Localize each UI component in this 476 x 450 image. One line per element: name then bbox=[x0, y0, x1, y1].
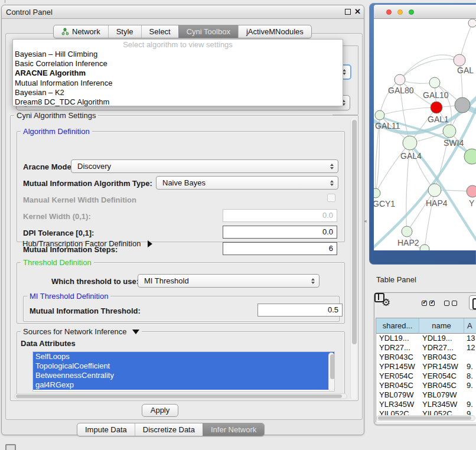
panel-divider-arrow-icon[interactable]: ◂ bbox=[364, 218, 367, 224]
list-item[interactable]: gal4RGexp bbox=[33, 380, 334, 390]
group-title: Sources for Network Inference bbox=[21, 327, 142, 336]
tab-infer-network[interactable]: Infer Network bbox=[203, 423, 264, 436]
close-icon[interactable]: ✕ bbox=[354, 7, 361, 16]
hub-definition-label: Hub/Transcription Factor Definition bbox=[22, 239, 141, 248]
popup-item[interactable]: Bayesian – K2 bbox=[13, 88, 343, 97]
aracne-mode-combobox[interactable]: Discovery bbox=[71, 159, 338, 173]
desktop: Control Panel ✕ Network Style Select bbox=[0, 0, 476, 450]
network-node[interactable] bbox=[467, 185, 476, 197]
which-threshold-label: Which threshold to use: bbox=[51, 277, 139, 286]
network-node[interactable] bbox=[429, 77, 440, 88]
table-panel-title: Table Panel bbox=[376, 275, 416, 284]
minimize-traffic-light[interactable] bbox=[397, 9, 403, 15]
tab-impute-data[interactable]: Impute Data bbox=[77, 423, 135, 436]
node-table: shared... name A YDL19...YDL19...13YDR27… bbox=[376, 318, 476, 422]
sources-title: Sources for Network Inference bbox=[23, 327, 127, 336]
cytopanel-dock-icon[interactable] bbox=[5, 444, 16, 450]
table-cell: YBL079W bbox=[376, 390, 419, 400]
table-row[interactable]: YDR27...YDR27...12 bbox=[376, 343, 476, 353]
network-node[interactable] bbox=[468, 19, 476, 27]
hub-definition-toggle[interactable]: Hub/Transcription Factor Definition bbox=[22, 239, 152, 248]
settings-vertical-scrollbar[interactable] bbox=[350, 118, 357, 399]
table-row[interactable]: YER054CYER054C8. bbox=[376, 371, 476, 381]
kernel-width-field[interactable]: 0.0 bbox=[223, 209, 337, 222]
list-item[interactable]: BetweennessCentrality bbox=[33, 371, 334, 380]
table-cell: YDL19... bbox=[419, 334, 464, 343]
popup-item[interactable]: Dream8 DC_TDC Algorithm bbox=[13, 97, 343, 107]
network-node[interactable] bbox=[455, 97, 470, 113]
table-tool-button[interactable] bbox=[469, 295, 476, 310]
tab-label: Select bbox=[149, 25, 171, 38]
float-window-icon[interactable] bbox=[345, 9, 351, 15]
scrollbar-thumb[interactable] bbox=[378, 416, 471, 420]
popup-item-selected[interactable]: ARACNE Algorithm bbox=[13, 69, 343, 78]
mi-steps-field[interactable]: 6 bbox=[223, 242, 337, 255]
tab-style[interactable]: Style bbox=[108, 25, 141, 38]
network-node[interactable] bbox=[374, 188, 380, 198]
table-row[interactable]: YLR345WYLR345W9. bbox=[376, 400, 476, 409]
scrollbar-thumb[interactable] bbox=[330, 354, 335, 379]
scrollbar-thumb[interactable] bbox=[16, 394, 342, 398]
network-node[interactable] bbox=[403, 136, 417, 150]
network-canvas[interactable]: GALGAL80GAL10GAL1GAL11SWI4GAL4HAP4YGCY1H… bbox=[374, 19, 476, 250]
spinner-arrows-icon bbox=[311, 278, 315, 284]
which-threshold-combobox[interactable]: MI Threshold bbox=[138, 274, 319, 288]
settings-horizontal-scrollbar[interactable] bbox=[14, 393, 347, 399]
column-header-partial[interactable]: A bbox=[464, 318, 476, 334]
list-vertical-scrollbar[interactable] bbox=[328, 353, 334, 392]
popup-item[interactable]: Bayesian – Hill Climbing bbox=[13, 50, 343, 59]
close-traffic-light[interactable] bbox=[386, 9, 392, 15]
table-row[interactable]: YDL19...YDL19...13 bbox=[376, 334, 476, 343]
dpi-tolerance-label: DPI Tolerance [0,1]: bbox=[23, 229, 94, 237]
manual-kernel-checkbox[interactable] bbox=[327, 194, 335, 202]
tab-jactivemnodules[interactable]: jActiveMNodules bbox=[238, 25, 311, 38]
data-attributes-label: Data Attributes bbox=[21, 339, 76, 348]
table-row[interactable]: YBR043CYBR043C bbox=[376, 353, 476, 362]
network-edge bbox=[380, 80, 400, 115]
data-attributes-list: SelfLoops TopologicalCoefficient Between… bbox=[32, 351, 335, 392]
table-cell: 8. bbox=[464, 371, 476, 381]
tab-discretize-data[interactable]: Discretize Data bbox=[135, 423, 203, 436]
network-node[interactable] bbox=[443, 125, 456, 138]
mi-type-value: Naive Bayes bbox=[162, 178, 206, 187]
table-row[interactable]: YBL079WYBL079W bbox=[376, 390, 476, 400]
network-node[interactable] bbox=[454, 54, 465, 66]
mi-threshold-field[interactable]: 0.5 bbox=[257, 304, 343, 317]
table-cell: 9. bbox=[464, 400, 476, 409]
tab-label: Cyni Toolbox bbox=[187, 25, 230, 38]
select-all-checkboxes-icon[interactable] bbox=[422, 301, 435, 306]
deselect-all-checkboxes-icon[interactable] bbox=[444, 301, 457, 306]
network-edge bbox=[400, 55, 459, 80]
sources-group: Sources for Network Inference Data Attri… bbox=[17, 331, 345, 398]
zoom-traffic-light[interactable] bbox=[409, 9, 414, 15]
table-row[interactable]: YPR145WYPR145W9. bbox=[376, 362, 476, 371]
dpi-tolerance-field[interactable]: 0.0 bbox=[223, 226, 337, 239]
unchecked-box-icon bbox=[452, 301, 457, 306]
network-node[interactable] bbox=[431, 102, 442, 113]
tab-cyni-toolbox[interactable]: Cyni Toolbox bbox=[178, 25, 238, 38]
list-item[interactable]: SelfLoops bbox=[33, 352, 334, 361]
table-cell: YLR345W bbox=[419, 400, 464, 409]
apply-button[interactable]: Apply bbox=[142, 404, 178, 417]
tab-select[interactable]: Select bbox=[141, 25, 178, 38]
gear-icon[interactable]: ⚙ bbox=[382, 296, 390, 309]
mi-type-combobox[interactable]: Naive Bayes bbox=[156, 176, 338, 190]
mi-threshold-label: Mutual Information Threshold: bbox=[30, 306, 141, 315]
control-panel-title: Control Panel bbox=[6, 8, 53, 17]
network-node[interactable] bbox=[428, 184, 441, 197]
table-row[interactable]: YBR045CYBR045C9. bbox=[376, 381, 476, 390]
table-horizontal-scrollbar[interactable] bbox=[376, 415, 475, 421]
network-node[interactable] bbox=[375, 110, 384, 120]
scrollbar-thumb[interactable] bbox=[352, 120, 357, 344]
list-item[interactable]: TopologicalCoefficient bbox=[33, 361, 334, 371]
network-node[interactable] bbox=[420, 244, 429, 250]
tab-network[interactable]: Network bbox=[54, 25, 108, 38]
popup-item[interactable]: Basic Correlation Inference bbox=[13, 59, 343, 69]
column-header-name[interactable]: name bbox=[419, 318, 464, 334]
list-whitespace bbox=[33, 390, 334, 392]
network-node-label: GAL80 bbox=[388, 86, 414, 95]
network-node[interactable] bbox=[402, 226, 412, 237]
popup-item[interactable]: Mutual Information Inference bbox=[13, 79, 343, 88]
column-header-shared-name[interactable]: shared... bbox=[376, 318, 419, 334]
network-node[interactable] bbox=[395, 74, 405, 85]
